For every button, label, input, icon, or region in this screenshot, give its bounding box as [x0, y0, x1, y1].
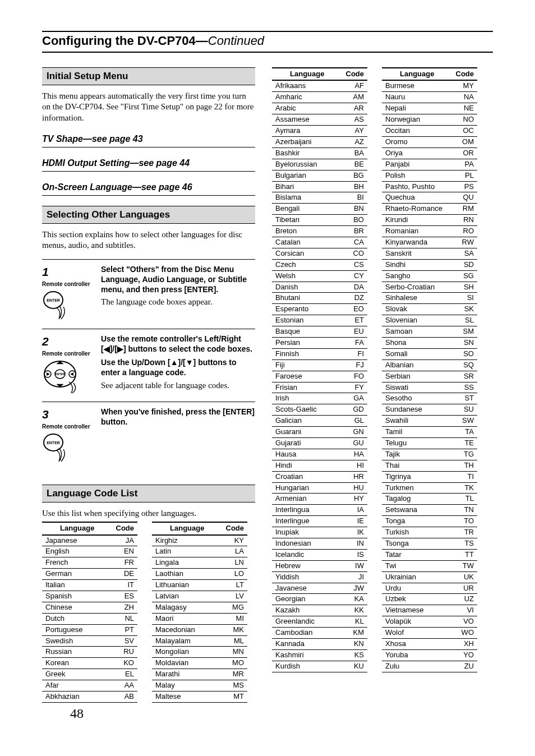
- table-row: CambodianKM: [272, 628, 367, 639]
- page-title: Configuring the DV-CP704—Continued: [42, 31, 493, 53]
- lang-name: Indonesian: [272, 538, 343, 550]
- lang-name: Icelandic: [272, 549, 343, 560]
- lang-name: Pashto, Pushto: [382, 181, 453, 192]
- table-row: SanghoSG: [382, 270, 477, 282]
- lang-name: Uzbek: [382, 594, 453, 605]
- table-row: BurmeseMY: [382, 80, 477, 91]
- lang-code: OC: [453, 126, 478, 137]
- table-row: TurkmenTK: [382, 482, 477, 494]
- table-row: MalayalamML: [152, 635, 247, 647]
- table-row: AssameseAS: [272, 114, 367, 126]
- table-row: RomanianRO: [382, 226, 477, 237]
- lang-name: Armenian: [272, 494, 343, 505]
- lang-code: CO: [343, 248, 368, 259]
- lang-name: Kinyarwanda: [382, 237, 453, 248]
- sub-onscreen-lang: On-Screen Language—see page 46: [42, 182, 255, 196]
- lang-code: LT: [223, 580, 248, 591]
- step-3: 3 Remote controller ENTER When you've fi…: [42, 402, 255, 471]
- table-row: SerbianSR: [382, 371, 477, 382]
- lang-name: Latin: [152, 546, 223, 557]
- table-row: TamilTA: [382, 427, 477, 438]
- lang-name: Tsonga: [382, 538, 453, 550]
- lang-code: PS: [453, 181, 478, 192]
- lang-code: MO: [223, 658, 248, 669]
- lang-code: UR: [453, 583, 478, 594]
- lang-name: Moldavian: [152, 658, 223, 669]
- lang-code: VI: [453, 605, 478, 616]
- table-row: LithuanianLT: [152, 580, 247, 591]
- lang-name: Samoan: [382, 326, 453, 338]
- table-row: SetswanaTN: [382, 505, 477, 516]
- lang-code: YO: [453, 649, 478, 661]
- table-row: MarathiMR: [152, 669, 247, 680]
- lang-name: Fiji: [272, 359, 343, 371]
- table-row: LaothianLO: [152, 569, 247, 580]
- lang-code: SR: [453, 371, 478, 382]
- th-code: Code: [453, 68, 478, 81]
- th-language: Language: [42, 522, 113, 535]
- table-row: BashkirBA: [272, 147, 367, 159]
- table-row: UkrainianUK: [382, 571, 477, 583]
- lang-code: ZH: [113, 602, 138, 613]
- lang-name: Quechua: [382, 192, 453, 204]
- table-row: GalicianGL: [272, 416, 367, 427]
- lang-code: GD: [343, 404, 368, 416]
- lang-name: Malayalam: [152, 635, 223, 647]
- lang-name: Kurdish: [272, 661, 343, 672]
- th-code: Code: [223, 522, 248, 535]
- lang-code: LV: [223, 591, 248, 602]
- lang-name: Sangho: [382, 270, 453, 282]
- table-row: PanjabiPA: [382, 159, 477, 170]
- lang-code: IW: [343, 560, 368, 571]
- step-2: 2 Remote controller ENTER: [42, 329, 255, 402]
- lang-code: KS: [343, 649, 368, 661]
- table-row: GreekEL: [42, 669, 137, 680]
- lang-code: TS: [453, 538, 478, 550]
- lang-name: Romanian: [382, 226, 453, 237]
- lang-code: KN: [343, 639, 368, 650]
- lang-code: SW: [453, 416, 478, 427]
- section-selecting-languages: Selecting Other Languages: [42, 206, 255, 224]
- table-row: SiswatiSS: [382, 382, 477, 393]
- lang-name: Oriya: [382, 147, 453, 159]
- lang-name: Vietnamese: [382, 605, 453, 616]
- lang-code: NO: [453, 114, 478, 126]
- lang-name: Shona: [382, 337, 453, 348]
- table-row: KannadaKN: [272, 639, 367, 650]
- table-row: AfrikaansAF: [272, 80, 367, 91]
- table-row: BretonBR: [272, 226, 367, 237]
- svg-text:ENTER: ENTER: [56, 372, 65, 376]
- lang-code: OR: [453, 147, 478, 159]
- table-row: CorsicanCO: [272, 248, 367, 259]
- table-row: EstonianET: [272, 315, 367, 326]
- table-row: SundaneseSU: [382, 404, 477, 416]
- table-row: FijiFJ: [272, 359, 367, 371]
- lang-code: NL: [113, 613, 138, 624]
- table-row: WelshCY: [272, 270, 367, 282]
- lang-name: Volapük: [382, 616, 453, 628]
- lang-code: KK: [343, 605, 368, 616]
- table-row: SlovenianSL: [382, 315, 477, 326]
- table-row: Serbo-CroatianSH: [382, 282, 477, 293]
- lang-name: Javanese: [272, 583, 343, 594]
- lang-code: ZU: [453, 661, 478, 672]
- lang-code: DA: [343, 282, 368, 293]
- lang-code: ML: [223, 635, 248, 647]
- lang-code: MI: [223, 613, 248, 624]
- table-row: FrisianFY: [272, 382, 367, 393]
- lang-code: IT: [113, 580, 138, 591]
- step-1-instruction: Select "Others" from the Disc Menu Langu…: [101, 264, 255, 295]
- lang-name: Turkish: [382, 527, 453, 538]
- lang-code: HY: [343, 494, 368, 505]
- lang-code: TR: [453, 527, 478, 538]
- table-row: Rhaeto-RomanceRM: [382, 204, 477, 215]
- lang-code: FO: [343, 371, 368, 382]
- table-row: XhosaXH: [382, 639, 477, 650]
- lang-code: NE: [453, 103, 478, 114]
- lang-code: PT: [113, 624, 138, 635]
- table-row: MongolianMN: [152, 647, 247, 658]
- th-language: Language: [272, 68, 343, 81]
- lang-code: BG: [343, 170, 368, 181]
- lang-code: WO: [453, 628, 478, 639]
- lang-code: IK: [343, 527, 368, 538]
